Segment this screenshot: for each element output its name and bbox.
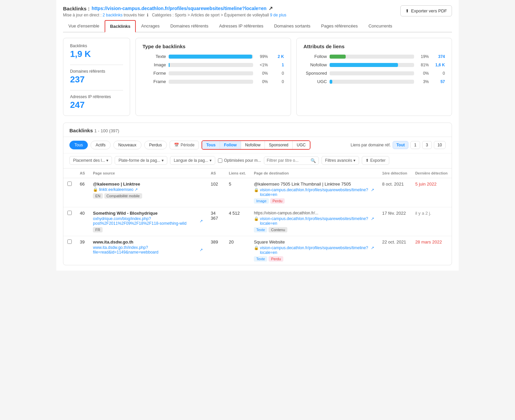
export-pdf-button[interactable]: ⬆ Exporter vers PDF bbox=[400, 5, 452, 16]
row1-mobile-tag: Compatibilité mobile bbox=[104, 193, 142, 199]
links-per-domain-group: Liens par domaine réf. Tout 1 3 10 bbox=[351, 141, 446, 149]
row3-dest-url[interactable]: 🔒 vision-campus.decathlon.fr/profiles/sq… bbox=[254, 246, 374, 255]
tab-ref-pages[interactable]: Pages référencées bbox=[316, 20, 363, 32]
filter-row-1: Tous Actifs Nouveaux Perdus 📅 Période To… bbox=[63, 137, 452, 153]
row3-dest: Square Website 🔒 vision-campus.decathlon… bbox=[250, 236, 378, 265]
header-subtitle: Mise à jour en direct : 2 backlinks trou… bbox=[63, 13, 400, 17]
tab-outgoing[interactable]: Domaines sortants bbox=[269, 20, 316, 32]
type-btn-nofollow[interactable]: Nofollow bbox=[241, 141, 265, 149]
col-dest: Page de destination bbox=[250, 168, 378, 178]
backlinks-count-link[interactable]: 2 backlinks bbox=[103, 13, 122, 17]
stat-ref-ips: Adresses IP référentes 247 bbox=[70, 94, 123, 110]
domain-btn-10[interactable]: 10 bbox=[434, 141, 446, 149]
domain-btn-1[interactable]: 1 bbox=[410, 141, 420, 149]
bar-row-nofollow: Nofollow 81% 1,6 K bbox=[303, 62, 445, 67]
type-btn-tous[interactable]: Tous bbox=[202, 141, 220, 149]
status-btn-perdus[interactable]: Perdus bbox=[144, 141, 167, 149]
link-attrs-chart: Attributs de liens Follow 19% 374 Nofoll… bbox=[296, 38, 452, 116]
tab-anchors[interactable]: Ancrages bbox=[136, 20, 165, 32]
row3-date-first: 22 oct. 2021 bbox=[378, 236, 411, 265]
table-row: 40 Something Wild - Bloxhydrique oxhydri… bbox=[63, 207, 452, 236]
stats-box: Backlinks 1,9 K Domaines référents 237 A… bbox=[63, 38, 130, 116]
row3-check[interactable] bbox=[63, 236, 76, 265]
tab-ref-ips[interactable]: Adresses IP référentes bbox=[214, 20, 269, 32]
advanced-filter-dropdown[interactable]: Filtres avancés ▾ bbox=[322, 156, 359, 165]
tab-overview[interactable]: Vue d'ensemble bbox=[63, 20, 105, 32]
row2-as1: 40 bbox=[76, 207, 89, 236]
row3-source-url[interactable]: www.ita.dsdw.go.th/index.php?file=read&i… bbox=[93, 245, 203, 255]
col-ext: Liens ext. bbox=[225, 168, 250, 178]
tab-ref-domains[interactable]: Domaines référents bbox=[165, 20, 214, 32]
upload-icon: ⬆ bbox=[365, 158, 369, 163]
status-btn-nouveaux[interactable]: Nouveaux bbox=[113, 141, 141, 149]
chevron-down-icon: ▾ bbox=[106, 158, 108, 163]
title-search-input[interactable] bbox=[267, 158, 310, 163]
optimized-checkbox[interactable] bbox=[218, 158, 222, 163]
period-button[interactable]: 📅 Période bbox=[170, 141, 199, 149]
language-dropdown[interactable]: Langue de la pag... ▾ bbox=[170, 156, 215, 165]
external-icon: ↗ bbox=[134, 187, 138, 192]
row2-lang-tag: FR bbox=[93, 227, 103, 232]
tab-backlinks[interactable]: Backlinks bbox=[105, 20, 136, 32]
tab-competitors[interactable]: Concurrents bbox=[363, 20, 398, 32]
backlinks-table: AS Page source AS Liens ext. Page de des… bbox=[63, 168, 452, 265]
external-icon: ↗ bbox=[199, 219, 203, 223]
placement-dropdown[interactable]: Placement des l... ▾ bbox=[69, 156, 112, 165]
row2-as2: 34 367 bbox=[207, 207, 225, 236]
col-as2: AS bbox=[207, 168, 225, 178]
export-icon: ⬆ bbox=[405, 8, 409, 13]
optimized-checkbox-label[interactable]: Optimisées pour m... bbox=[218, 158, 261, 163]
bar-row-image: Image <1% 1 bbox=[142, 62, 284, 67]
row2-dest: https://vision-campus.decathlon.fr/... 🔒… bbox=[250, 207, 378, 236]
domain-btn-3[interactable]: 3 bbox=[422, 141, 432, 149]
row2-status-tag: Contenu bbox=[269, 227, 287, 232]
row3-type-tag: Texte bbox=[254, 256, 267, 262]
row2-check[interactable] bbox=[63, 207, 76, 236]
type-btn-ugc[interactable]: UGC bbox=[292, 141, 310, 149]
row3-date-last: 28 mars 2022 bbox=[411, 236, 452, 265]
platform-dropdown[interactable]: Plate-forme de la pag... ▾ bbox=[115, 156, 167, 165]
col-check bbox=[63, 168, 76, 178]
site-url-link[interactable]: https://vision-campus.decathlon.fr/profi… bbox=[92, 6, 267, 11]
external-icon: ↗ bbox=[199, 248, 203, 252]
bar-row-frame: Frame 0% 0 bbox=[142, 79, 284, 84]
row1-date-last: 5 juin 2022 bbox=[411, 178, 452, 207]
status-btn-tous[interactable]: Tous bbox=[69, 141, 88, 149]
type-btn-sponsored[interactable]: Sponsored bbox=[265, 141, 292, 149]
page-title: Backlinks : https://vision-campus.decath… bbox=[63, 5, 400, 11]
col-last-seen: Dernière détection bbox=[411, 168, 452, 178]
bar-row-forme: Forme 0% 0 bbox=[142, 71, 284, 76]
bar-fill-texte bbox=[169, 55, 252, 59]
bar-fill-nofollow bbox=[330, 63, 398, 67]
export-small-button[interactable]: ⬆ Exporter bbox=[362, 156, 389, 165]
col-first-seen: 1ère détection bbox=[378, 168, 411, 178]
title-search-filter[interactable]: 🔍 bbox=[264, 156, 319, 165]
search-button[interactable]: 🔍 bbox=[310, 158, 316, 163]
domain-btn-tout[interactable]: Tout bbox=[393, 141, 408, 149]
row1-dest-url[interactable]: 🔒 vision-campus.decathlon.fr/profiles/sq… bbox=[254, 188, 374, 197]
row2-ext-links: 4 512 bbox=[225, 207, 250, 236]
row1-check[interactable] bbox=[63, 178, 76, 207]
row1-dest: @kaleemseo 7505 Link Thumbnail | Linktre… bbox=[250, 178, 378, 207]
title-prefix: Backlinks : bbox=[63, 6, 90, 11]
more-categories-link[interactable]: 9 de plus bbox=[270, 13, 286, 17]
type-btn-follow[interactable]: Follow bbox=[220, 141, 241, 149]
row1-status-tag: Perdu bbox=[270, 198, 285, 204]
table-row: 39 www.ita.dsdw.go.th www.ita.dsdw.go.th… bbox=[63, 236, 452, 265]
row1-type-tag: Image bbox=[254, 198, 269, 204]
bar-fill-image bbox=[169, 63, 170, 67]
external-icon: ↗ bbox=[371, 246, 374, 250]
row1-as2: 102 bbox=[207, 178, 225, 207]
lock-icon: 🔒 bbox=[254, 246, 259, 250]
bar-row-sponsored: Sponsored 0% 0 bbox=[303, 71, 445, 76]
row1-source-url[interactable]: 🔒 linktr.ee/kaleemseo ↗ bbox=[93, 187, 203, 192]
backlinks-header: Backlinks 1 - 100 (397) bbox=[63, 123, 452, 137]
row2-source-url[interactable]: oxhydrique.com/blog/index.php?post%2F201… bbox=[93, 216, 203, 226]
row3-as2: 389 bbox=[207, 236, 225, 265]
status-btn-actifs[interactable]: Actifs bbox=[91, 141, 110, 149]
row2-dest-url[interactable]: 🔒 vision-campus.decathlon.fr/profiles/sq… bbox=[254, 216, 374, 226]
bar-fill-follow bbox=[330, 55, 346, 59]
page-header: Backlinks : https://vision-campus.decath… bbox=[63, 5, 452, 17]
chevron-down-icon: ▾ bbox=[353, 158, 355, 163]
row1-as1: 66 bbox=[76, 178, 89, 207]
